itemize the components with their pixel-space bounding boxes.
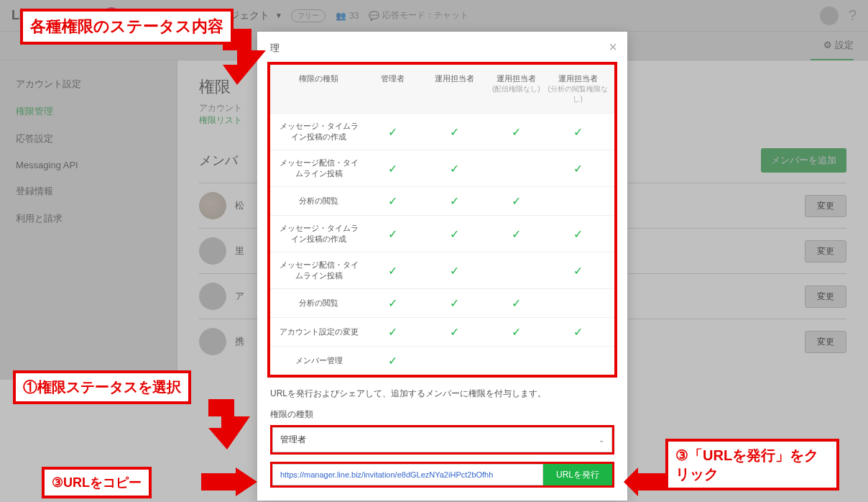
check-icon: ✓ (362, 227, 424, 241)
check-icon: ✓ (362, 125, 424, 139)
check-icon: ✓ (485, 125, 547, 139)
invitation-url-input[interactable] (272, 464, 543, 485)
perm-col-label: 権限の種類 (276, 73, 362, 104)
permission-row: メッセージ配信・タイムライン投稿✓✓✓ (270, 252, 614, 288)
perm-col-operator-no-send: 運用担当者(配信権限なし) (485, 73, 547, 104)
check-icon: ✓ (547, 264, 609, 278)
arrow-icon (208, 399, 260, 451)
url-issuer: URLを発行 (270, 462, 614, 488)
perm-col-operator-no-analytics: 運用担当者(分析の閲覧権限なし) (547, 73, 609, 104)
check-icon: ✓ (424, 325, 486, 339)
check-icon: ✓ (424, 296, 486, 310)
arrow-icon (201, 467, 257, 496)
permission-label: アカウント設定の変更 (276, 327, 362, 337)
permission-label: メッセージ配信・タイムライン投稿 (276, 260, 362, 281)
permissions-modal: × 理 権限の種類 管理者 運用担当者 運用担当者(配信権限なし) 運用担当者(… (257, 32, 627, 501)
permission-row: メンバー管理✓ (270, 346, 614, 375)
annotation-statuses: 各種権限のステータス内容 (20, 9, 234, 45)
permission-row: メッセージ・タイムライン投稿の作成✓✓✓✓ (270, 215, 614, 252)
svg-marker-1 (208, 399, 250, 449)
check-icon: ✓ (362, 264, 424, 278)
permission-label: メンバー管理 (276, 355, 362, 366)
chevron-down-icon: ⌄ (599, 436, 604, 444)
close-icon[interactable]: × (609, 39, 617, 55)
permission-table-header: 権限の種類 管理者 運用担当者 運用担当者(配信権限なし) 運用担当者(分析の閲… (270, 65, 614, 113)
arrow-icon (624, 467, 665, 496)
select-label: 権限の種類 (257, 403, 627, 425)
modal-description: URLを発行およびシェアして、追加するメンバーに権限を付与します。 (257, 378, 627, 403)
check-icon: ✓ (485, 194, 547, 208)
permission-select[interactable]: 管理者 ⌄ (272, 427, 612, 452)
check-icon: ✓ (485, 296, 547, 310)
check-icon: ✓ (547, 162, 609, 175)
svg-marker-3 (624, 467, 665, 496)
permission-select-wrap: 管理者 ⌄ (270, 425, 614, 455)
check-icon: ✓ (547, 125, 609, 139)
permission-label: 分析の閲覧 (276, 298, 362, 309)
permission-label: 分析の閲覧 (276, 196, 362, 206)
check-icon: ✓ (547, 227, 609, 241)
annotation-select-status: ①権限ステータスを選択 (13, 370, 191, 404)
perm-col-operator: 運用担当者 (424, 73, 486, 104)
permission-table: 権限の種類 管理者 運用担当者 運用担当者(配信権限なし) 運用担当者(分析の閲… (267, 62, 617, 378)
modal-title-fragment: 理 (257, 42, 627, 62)
check-icon: ✓ (362, 296, 424, 310)
check-icon: ✓ (424, 194, 486, 208)
check-icon: ✓ (424, 227, 486, 241)
issue-url-button[interactable]: URLを発行 (543, 464, 612, 485)
check-icon: ✓ (485, 227, 547, 241)
permission-row: アカウント設定の変更✓✓✓✓ (270, 317, 614, 346)
check-icon: ✓ (362, 325, 424, 339)
permission-row: メッセージ配信・タイムライン投稿✓✓✓ (270, 150, 614, 186)
check-icon: ✓ (424, 125, 486, 139)
annotation-issue-url: ③「URLを発行」をクリック (665, 439, 839, 490)
permission-row: 分析の閲覧✓✓✓ (270, 288, 614, 317)
check-icon: ✓ (362, 194, 424, 208)
permission-label: メッセージ配信・タイムライン投稿 (276, 158, 362, 179)
check-icon: ✓ (424, 162, 486, 175)
svg-marker-2 (201, 467, 257, 496)
check-icon: ✓ (362, 162, 424, 175)
permission-row: 分析の閲覧✓✓✓ (270, 186, 614, 215)
annotation-copy-url: ③URLをコピー (42, 467, 152, 498)
permission-label: メッセージ・タイムライン投稿の作成 (276, 121, 362, 142)
check-icon: ✓ (485, 325, 547, 339)
perm-col-admin: 管理者 (362, 73, 424, 104)
check-icon: ✓ (547, 325, 609, 339)
permission-label: メッセージ・タイムライン投稿の作成 (276, 223, 362, 245)
permission-row: メッセージ・タイムライン投稿の作成✓✓✓✓ (270, 113, 614, 150)
select-value: 管理者 (280, 434, 306, 446)
check-icon: ✓ (362, 354, 424, 368)
check-icon: ✓ (424, 264, 486, 278)
